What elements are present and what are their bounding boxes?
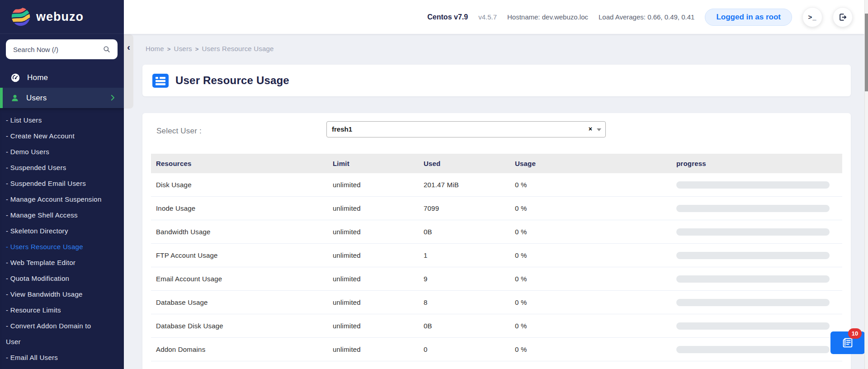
search-icon xyxy=(102,45,111,54)
column-header-usage: Usage xyxy=(510,160,671,167)
webuzo-logo-icon xyxy=(11,7,31,27)
hostname-label: Hostname: dev.webuzo.loc xyxy=(507,13,588,21)
logout-button[interactable] xyxy=(833,7,853,27)
page-title-card: User Resource Usage xyxy=(142,65,851,96)
select-user-label: Select User : xyxy=(156,127,202,136)
sidebar-nav: Home Users - List Users - Create New Acc… xyxy=(0,67,124,369)
resource-used: 1 xyxy=(419,251,510,259)
table-row: Bandwidth Usage unlimited 0B 0 % xyxy=(151,220,842,244)
chevron-right-icon xyxy=(108,94,117,102)
resource-limit: unlimited xyxy=(328,322,419,330)
sidebar-item-label: Users xyxy=(26,94,47,103)
resource-usage: 0 % xyxy=(510,298,671,306)
column-header-used: Used xyxy=(419,160,510,167)
resource-usage: 0 % xyxy=(510,345,671,353)
sidebar: webuzo Home xyxy=(0,0,124,369)
logged-in-as-root-button[interactable]: Logged in as root xyxy=(705,9,792,26)
resource-name: Disk Usage xyxy=(151,181,328,189)
logout-icon xyxy=(838,13,847,22)
sidebar-search xyxy=(0,34,124,59)
os-version-label: Centos v7.9 xyxy=(427,13,468,21)
sidebar-collapse-button[interactable]: ‹ xyxy=(124,34,133,109)
sidebar-item-users[interactable]: Users xyxy=(0,88,124,108)
sidebar-subitem-suspended-users[interactable]: - Suspended Users xyxy=(6,160,118,175)
select-user-row: Select User : fresh1 × xyxy=(142,113,851,154)
sidebar-subitem-create-new-account[interactable]: - Create New Account xyxy=(6,128,118,144)
page-title: User Resource Usage xyxy=(175,74,289,87)
sidebar-subitem-view-bandwidth-usage[interactable]: - View Bandwidth Usage xyxy=(6,286,118,302)
resource-limit: unlimited xyxy=(328,251,419,259)
select-user-dropdown[interactable]: fresh1 × xyxy=(326,121,606,137)
panel-version-label: v4.5.7 xyxy=(478,13,497,21)
webuzo-app: webuzo Home xyxy=(0,0,868,369)
main-content: ‹ Home > Users > Users Resource Usage Us… xyxy=(124,34,864,369)
table-row: Disk Usage unlimited 201.47 MiB 0 % xyxy=(151,173,842,197)
resource-limit: unlimited xyxy=(328,345,419,353)
breadcrumb-users[interactable]: Users xyxy=(174,45,192,53)
sidebar-subitem-users-resource-usage[interactable]: - Users Resource Usage xyxy=(6,239,118,255)
brand: webuzo xyxy=(0,0,124,34)
load-averages-label: Load Averages: 0.66, 0.49, 0.41 xyxy=(599,13,694,21)
progress-bar xyxy=(676,275,830,283)
table-row: Database Disk Usage unlimited 0B 0 % xyxy=(151,314,842,338)
resource-usage-icon xyxy=(152,74,169,88)
resource-name: Bandwidth Usage xyxy=(151,228,328,236)
resource-used: 201.47 MiB xyxy=(419,181,510,189)
resource-limit: unlimited xyxy=(328,181,419,189)
resource-limit: unlimited xyxy=(328,204,419,212)
sidebar-item-label: Home xyxy=(27,73,48,82)
scrollbar-track xyxy=(864,0,868,369)
users-submenu: - List Users - Create New Account - Demo… xyxy=(0,108,124,369)
progress-bar xyxy=(676,181,830,189)
sidebar-subitem-resource-limits[interactable]: - Resource Limits xyxy=(6,302,118,318)
sidebar-subitem-web-template-editor[interactable]: - Web Template Editor xyxy=(6,255,118,270)
sidebar-subitem-suspended-email-users[interactable]: - Suspended Email Users xyxy=(6,175,118,191)
sidebar-subitem-quota-modification[interactable]: - Quota Modification xyxy=(6,270,118,286)
progress-bar xyxy=(676,346,830,353)
resource-used: 0 xyxy=(419,345,510,353)
scrollbar-thumb[interactable] xyxy=(865,14,868,91)
resource-limit: unlimited xyxy=(328,298,419,306)
table-row: Inode Usage unlimited 7099 0 % xyxy=(151,197,842,220)
sidebar-subitem-demo-users[interactable]: - Demo Users xyxy=(6,144,118,160)
resource-used: 9 xyxy=(419,275,510,283)
terminal-button[interactable]: >_ xyxy=(802,7,822,27)
sidebar-subitem-convert-addon-domain[interactable]: - Convert Addon Domain to User xyxy=(6,318,102,350)
search-input[interactable] xyxy=(6,39,118,59)
clear-selection-icon[interactable]: × xyxy=(589,125,592,132)
terminal-icon: >_ xyxy=(808,13,816,21)
table-row: FTP Account Usage unlimited 1 0 % xyxy=(151,244,842,267)
resource-used: 8 xyxy=(419,298,510,306)
sidebar-subitem-skeleton-directory[interactable]: - Skeleton Directory xyxy=(6,223,118,239)
resource-name: Addon Domains xyxy=(151,345,328,353)
resource-name: Database Disk Usage xyxy=(151,322,328,330)
sidebar-subitem-manage-account-suspension[interactable]: - Manage Account Suspension xyxy=(6,191,118,207)
table-row: Addon Domains unlimited 0 0 % xyxy=(151,338,842,361)
breadcrumb-home[interactable]: Home xyxy=(146,45,164,53)
topbar: Centos v7.9 v4.5.7 Hostname: dev.webuzo.… xyxy=(124,0,864,34)
collapse-chevron-icon: ‹ xyxy=(127,42,130,52)
sidebar-subitem-manage-shell-access[interactable]: - Manage Shell Access xyxy=(6,207,118,223)
progress-bar xyxy=(676,205,830,212)
resource-name: FTP Account Usage xyxy=(151,251,328,259)
progress-bar xyxy=(676,228,830,236)
dashboard-icon xyxy=(10,73,20,83)
sidebar-subitem-email-all-users[interactable]: - Email All Users xyxy=(6,350,118,365)
dropdown-caret-icon[interactable] xyxy=(597,128,601,131)
column-header-limit: Limit xyxy=(328,160,419,167)
table-header-row: Resources Limit Used Usage progress xyxy=(151,154,842,173)
resource-usage: 0 % xyxy=(510,181,671,189)
table-row: Database Usage unlimited 8 0 % xyxy=(151,291,842,314)
resource-usage: 0 % xyxy=(510,322,671,330)
resource-name: Database Usage xyxy=(151,298,328,306)
resource-name: Email Account Usage xyxy=(151,275,328,283)
progress-bar xyxy=(676,252,830,259)
resource-usage: 0 % xyxy=(510,228,671,236)
resource-name: Inode Usage xyxy=(151,204,328,212)
resource-used: 0B xyxy=(419,322,510,330)
progress-bar xyxy=(676,299,830,306)
resource-usage-card: Select User : fresh1 × Resources Limit U… xyxy=(142,113,851,369)
resource-usage: 0 % xyxy=(510,275,671,283)
sidebar-item-home[interactable]: Home xyxy=(0,67,124,88)
sidebar-subitem-list-users[interactable]: - List Users xyxy=(6,112,118,128)
